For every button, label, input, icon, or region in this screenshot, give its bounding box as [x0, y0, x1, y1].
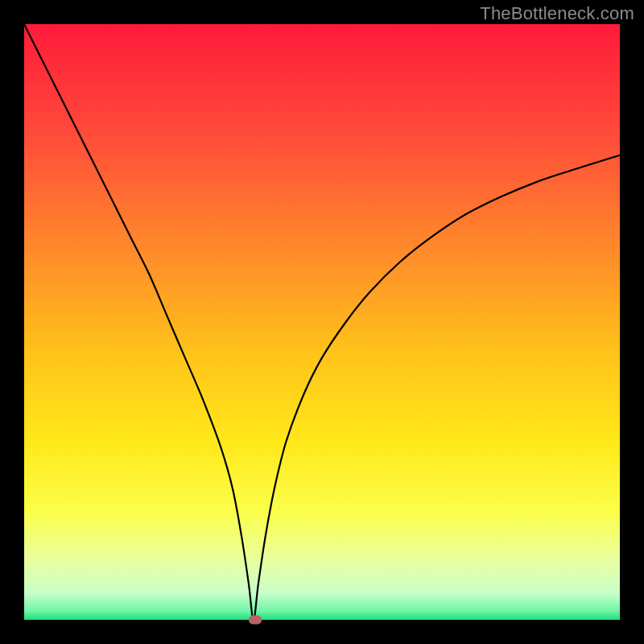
curve-layer	[24, 24, 620, 620]
bottleneck-curve	[24, 24, 620, 620]
chart-frame: TheBottleneck.com	[0, 0, 644, 644]
watermark-text: TheBottleneck.com	[480, 3, 634, 24]
optimal-marker	[249, 616, 262, 625]
plot-area	[24, 24, 620, 620]
